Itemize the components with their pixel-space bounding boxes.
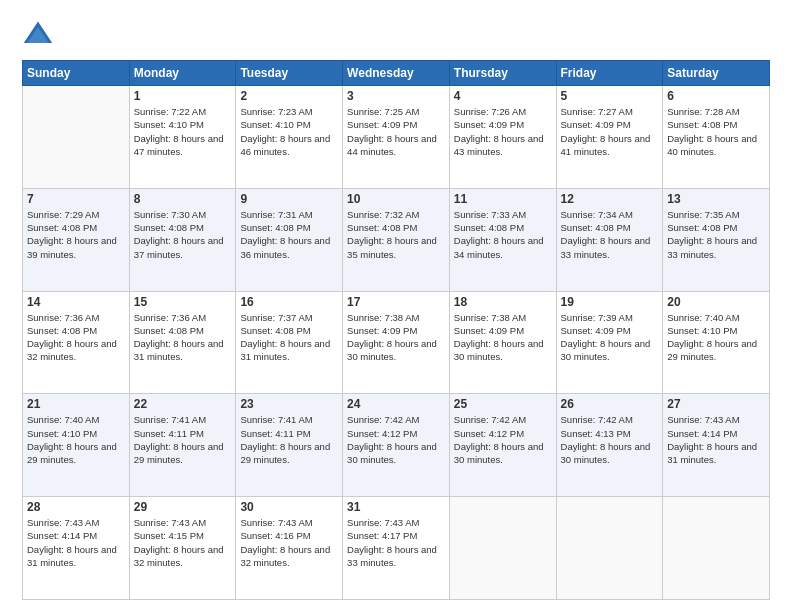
day-info: Sunrise: 7:32 AMSunset: 4:08 PMDaylight:… [347,208,445,261]
day-number: 24 [347,397,445,411]
day-number: 25 [454,397,552,411]
day-number: 2 [240,89,338,103]
day-number: 20 [667,295,765,309]
day-info: Sunrise: 7:25 AMSunset: 4:09 PMDaylight:… [347,105,445,158]
day-number: 26 [561,397,659,411]
day-number: 9 [240,192,338,206]
day-info: Sunrise: 7:39 AMSunset: 4:09 PMDaylight:… [561,311,659,364]
calendar-cell: 13Sunrise: 7:35 AMSunset: 4:08 PMDayligh… [663,188,770,291]
calendar-cell: 26Sunrise: 7:42 AMSunset: 4:13 PMDayligh… [556,394,663,497]
calendar-table: SundayMondayTuesdayWednesdayThursdayFrid… [22,60,770,600]
calendar-week-row: 21Sunrise: 7:40 AMSunset: 4:10 PMDayligh… [23,394,770,497]
page: SundayMondayTuesdayWednesdayThursdayFrid… [0,0,792,612]
calendar-cell: 8Sunrise: 7:30 AMSunset: 4:08 PMDaylight… [129,188,236,291]
calendar-cell: 2Sunrise: 7:23 AMSunset: 4:10 PMDaylight… [236,86,343,189]
day-number: 17 [347,295,445,309]
day-number: 13 [667,192,765,206]
calendar-cell [449,497,556,600]
day-number: 27 [667,397,765,411]
day-number: 31 [347,500,445,514]
calendar-cell: 7Sunrise: 7:29 AMSunset: 4:08 PMDaylight… [23,188,130,291]
day-info: Sunrise: 7:27 AMSunset: 4:09 PMDaylight:… [561,105,659,158]
calendar-cell: 27Sunrise: 7:43 AMSunset: 4:14 PMDayligh… [663,394,770,497]
day-info: Sunrise: 7:43 AMSunset: 4:16 PMDaylight:… [240,516,338,569]
calendar-week-row: 14Sunrise: 7:36 AMSunset: 4:08 PMDayligh… [23,291,770,394]
calendar-cell: 18Sunrise: 7:38 AMSunset: 4:09 PMDayligh… [449,291,556,394]
calendar-cell: 15Sunrise: 7:36 AMSunset: 4:08 PMDayligh… [129,291,236,394]
calendar-cell: 1Sunrise: 7:22 AMSunset: 4:10 PMDaylight… [129,86,236,189]
day-number: 5 [561,89,659,103]
day-number: 18 [454,295,552,309]
calendar-cell: 16Sunrise: 7:37 AMSunset: 4:08 PMDayligh… [236,291,343,394]
calendar-cell: 12Sunrise: 7:34 AMSunset: 4:08 PMDayligh… [556,188,663,291]
day-number: 16 [240,295,338,309]
day-number: 7 [27,192,125,206]
day-number: 10 [347,192,445,206]
calendar-cell: 17Sunrise: 7:38 AMSunset: 4:09 PMDayligh… [343,291,450,394]
day-info: Sunrise: 7:36 AMSunset: 4:08 PMDaylight:… [27,311,125,364]
weekday-header-saturday: Saturday [663,61,770,86]
calendar-cell: 10Sunrise: 7:32 AMSunset: 4:08 PMDayligh… [343,188,450,291]
day-info: Sunrise: 7:26 AMSunset: 4:09 PMDaylight:… [454,105,552,158]
day-info: Sunrise: 7:42 AMSunset: 4:12 PMDaylight:… [454,413,552,466]
day-info: Sunrise: 7:30 AMSunset: 4:08 PMDaylight:… [134,208,232,261]
day-info: Sunrise: 7:42 AMSunset: 4:12 PMDaylight:… [347,413,445,466]
day-number: 6 [667,89,765,103]
calendar-week-row: 1Sunrise: 7:22 AMSunset: 4:10 PMDaylight… [23,86,770,189]
day-info: Sunrise: 7:29 AMSunset: 4:08 PMDaylight:… [27,208,125,261]
calendar-cell: 9Sunrise: 7:31 AMSunset: 4:08 PMDaylight… [236,188,343,291]
day-info: Sunrise: 7:31 AMSunset: 4:08 PMDaylight:… [240,208,338,261]
calendar-cell: 14Sunrise: 7:36 AMSunset: 4:08 PMDayligh… [23,291,130,394]
day-info: Sunrise: 7:33 AMSunset: 4:08 PMDaylight:… [454,208,552,261]
day-info: Sunrise: 7:34 AMSunset: 4:08 PMDaylight:… [561,208,659,261]
day-number: 23 [240,397,338,411]
day-number: 1 [134,89,232,103]
calendar-cell: 6Sunrise: 7:28 AMSunset: 4:08 PMDaylight… [663,86,770,189]
calendar-week-row: 7Sunrise: 7:29 AMSunset: 4:08 PMDaylight… [23,188,770,291]
day-number: 12 [561,192,659,206]
weekday-header-monday: Monday [129,61,236,86]
logo-icon [22,18,54,50]
calendar-cell: 21Sunrise: 7:40 AMSunset: 4:10 PMDayligh… [23,394,130,497]
day-number: 21 [27,397,125,411]
weekday-header-wednesday: Wednesday [343,61,450,86]
day-info: Sunrise: 7:43 AMSunset: 4:14 PMDaylight:… [27,516,125,569]
day-info: Sunrise: 7:28 AMSunset: 4:08 PMDaylight:… [667,105,765,158]
calendar-cell: 31Sunrise: 7:43 AMSunset: 4:17 PMDayligh… [343,497,450,600]
calendar-cell: 24Sunrise: 7:42 AMSunset: 4:12 PMDayligh… [343,394,450,497]
calendar-cell: 4Sunrise: 7:26 AMSunset: 4:09 PMDaylight… [449,86,556,189]
day-info: Sunrise: 7:35 AMSunset: 4:08 PMDaylight:… [667,208,765,261]
day-info: Sunrise: 7:40 AMSunset: 4:10 PMDaylight:… [667,311,765,364]
day-info: Sunrise: 7:40 AMSunset: 4:10 PMDaylight:… [27,413,125,466]
calendar-cell [663,497,770,600]
calendar-cell: 28Sunrise: 7:43 AMSunset: 4:14 PMDayligh… [23,497,130,600]
day-number: 30 [240,500,338,514]
day-number: 14 [27,295,125,309]
weekday-header-row: SundayMondayTuesdayWednesdayThursdayFrid… [23,61,770,86]
weekday-header-sunday: Sunday [23,61,130,86]
calendar-cell [556,497,663,600]
calendar-cell: 5Sunrise: 7:27 AMSunset: 4:09 PMDaylight… [556,86,663,189]
calendar-cell: 22Sunrise: 7:41 AMSunset: 4:11 PMDayligh… [129,394,236,497]
calendar-cell: 30Sunrise: 7:43 AMSunset: 4:16 PMDayligh… [236,497,343,600]
day-info: Sunrise: 7:38 AMSunset: 4:09 PMDaylight:… [454,311,552,364]
weekday-header-thursday: Thursday [449,61,556,86]
calendar-cell: 11Sunrise: 7:33 AMSunset: 4:08 PMDayligh… [449,188,556,291]
calendar-cell: 19Sunrise: 7:39 AMSunset: 4:09 PMDayligh… [556,291,663,394]
day-info: Sunrise: 7:43 AMSunset: 4:15 PMDaylight:… [134,516,232,569]
day-number: 8 [134,192,232,206]
calendar-cell: 29Sunrise: 7:43 AMSunset: 4:15 PMDayligh… [129,497,236,600]
weekday-header-friday: Friday [556,61,663,86]
calendar-week-row: 28Sunrise: 7:43 AMSunset: 4:14 PMDayligh… [23,497,770,600]
weekday-header-tuesday: Tuesday [236,61,343,86]
logo [22,18,58,50]
day-info: Sunrise: 7:37 AMSunset: 4:08 PMDaylight:… [240,311,338,364]
day-number: 28 [27,500,125,514]
day-number: 11 [454,192,552,206]
day-info: Sunrise: 7:38 AMSunset: 4:09 PMDaylight:… [347,311,445,364]
day-number: 4 [454,89,552,103]
day-info: Sunrise: 7:43 AMSunset: 4:14 PMDaylight:… [667,413,765,466]
day-info: Sunrise: 7:43 AMSunset: 4:17 PMDaylight:… [347,516,445,569]
calendar-cell: 23Sunrise: 7:41 AMSunset: 4:11 PMDayligh… [236,394,343,497]
calendar-cell: 3Sunrise: 7:25 AMSunset: 4:09 PMDaylight… [343,86,450,189]
